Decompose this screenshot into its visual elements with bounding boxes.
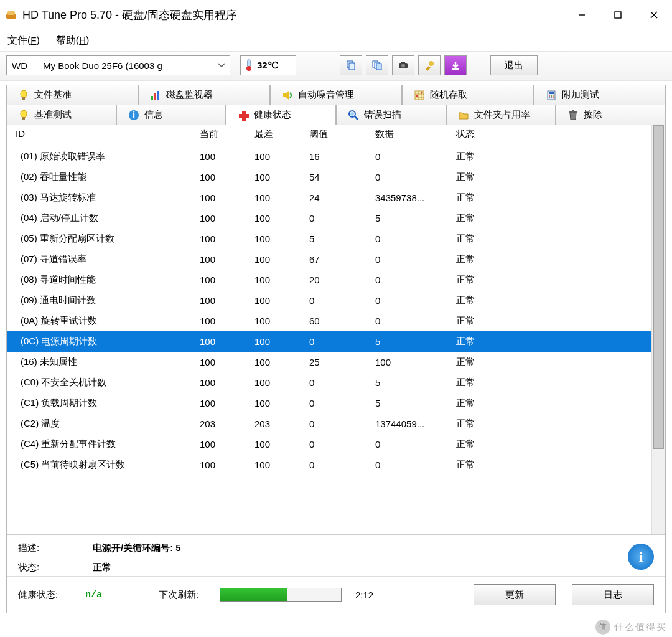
toolbar: WD My Book Duo 25F6 (16003 g 32℃ 退出 — [6, 55, 666, 75]
col-current[interactable]: 当前 — [194, 125, 248, 146]
cell-status: 正常 — [450, 212, 525, 224]
cell-status: 正常 — [450, 171, 525, 183]
cell-current: 100 — [194, 172, 248, 182]
cell-current: 100 — [194, 234, 248, 244]
cell-current: 100 — [194, 398, 248, 408]
table-row[interactable]: (09) 通电时间计数10010000正常 — [7, 290, 651, 311]
scrollbar-thumb[interactable] — [653, 125, 664, 449]
table-row[interactable]: (05) 重新分配扇区计数10010050正常 — [7, 229, 651, 249]
window-title: HD Tune Pro 5.70 - 硬盘/固态硬盘实用程序 — [22, 7, 237, 22]
tab-speaker[interactable]: 自动噪音管理 — [270, 85, 402, 105]
menu-file[interactable]: 文件(F) — [7, 34, 40, 47]
temperature-display: 32℃ — [240, 55, 296, 75]
cell-threshold: 25 — [303, 357, 369, 367]
svg-rect-21 — [154, 93, 156, 100]
tab-info[interactable]: i信息 — [116, 105, 226, 125]
exit-button[interactable]: 退出 — [490, 55, 538, 75]
table-row[interactable]: (03) 马达旋转标准1001002434359738...正常 — [7, 187, 651, 208]
table-row[interactable]: (04) 启动/停止计数10010005正常 — [7, 208, 651, 229]
bulb2-icon — [18, 110, 29, 121]
refresh-label: 下次刷新: — [159, 589, 208, 601]
tab-bulb2[interactable]: 基准测试 — [6, 105, 116, 125]
download-button[interactable] — [444, 55, 467, 75]
table-row[interactable]: (01) 原始读取错误率100100160正常 — [7, 146, 651, 167]
table-header: ID 当前 最差 阈值 数据 状态 — [7, 125, 651, 146]
tab-folder[interactable]: 文件夹占用率 — [446, 105, 556, 125]
update-button[interactable]: 更新 — [474, 584, 556, 605]
tab-grid[interactable]: 随机存取 — [402, 85, 534, 105]
health-label: 健康状态: — [18, 589, 74, 601]
table-row[interactable]: (07) 寻道错误率100100670正常 — [7, 249, 651, 270]
speaker-icon — [282, 90, 293, 101]
cell-data: 5 — [369, 213, 450, 224]
info-icon[interactable]: i — [628, 544, 654, 570]
svg-point-29 — [421, 92, 423, 93]
table-row[interactable]: (C0) 不安全关机计数10010005正常 — [7, 372, 651, 393]
cell-worst: 100 — [248, 398, 303, 408]
tab-search[interactable]: 错误扫描 — [336, 105, 446, 125]
cell-id: (0C) 电源周期计数 — [7, 336, 194, 347]
cell-threshold: 0 — [303, 377, 369, 388]
cell-id: (C5) 当前待映射扇区计数 — [7, 459, 194, 471]
cell-threshold: 20 — [303, 275, 369, 285]
screenshot-button[interactable] — [392, 55, 414, 75]
refresh-progress — [220, 588, 342, 602]
tab-label: 擦除 — [584, 109, 602, 121]
copy-button[interactable] — [340, 55, 362, 75]
table-row[interactable]: (C5) 当前待映射扇区计数10010000正常 — [7, 455, 651, 475]
maximize-button[interactable] — [600, 0, 636, 30]
cell-status: 正常 — [450, 377, 525, 389]
tab-plus[interactable]: 健康状态 — [226, 105, 336, 125]
desc-value: 电源开/关循环编号: 5 — [93, 542, 181, 554]
copy-all-button[interactable] — [366, 55, 388, 75]
table-row[interactable]: (08) 寻道时间性能100100200正常 — [7, 270, 651, 290]
cell-data: 5 — [369, 336, 450, 347]
col-id[interactable]: ID — [7, 125, 194, 146]
drive-selector[interactable]: WD My Book Duo 25F6 (16003 g — [6, 55, 230, 75]
cell-id: (05) 重新分配扇区计数 — [7, 233, 194, 245]
cell-current: 100 — [194, 460, 248, 470]
cell-status: 正常 — [450, 438, 525, 450]
col-data[interactable]: 数据 — [369, 125, 450, 146]
menu-help[interactable]: 帮助(H) — [56, 34, 90, 47]
table-row[interactable]: (0C) 电源周期计数10010005正常 — [7, 331, 651, 352]
col-threshold[interactable]: 阈值 — [303, 125, 369, 146]
cell-data: 0 — [369, 295, 450, 306]
minimize-button[interactable] — [564, 0, 600, 30]
col-worst[interactable]: 最差 — [248, 125, 303, 146]
svg-rect-19 — [22, 97, 25, 100]
close-button[interactable] — [636, 0, 672, 30]
cell-current: 100 — [194, 275, 248, 285]
cell-data: 0 — [369, 439, 450, 450]
log-button[interactable]: 日志 — [572, 584, 654, 605]
tab-trash[interactable]: 擦除 — [556, 105, 666, 125]
cell-id: (C4) 重新分配事件计数 — [7, 438, 194, 450]
table-row[interactable]: (C4) 重新分配事件计数10010000正常 — [7, 434, 651, 455]
title-bar: HD Tune Pro 5.70 - 硬盘/固态硬盘实用程序 — [0, 0, 672, 30]
cell-threshold: 5 — [303, 234, 369, 244]
cell-threshold: 67 — [303, 254, 369, 265]
tab-lightbulb[interactable]: 文件基准 — [6, 85, 138, 105]
table-row[interactable]: (C1) 负载周期计数10010005正常 — [7, 393, 651, 413]
tab-label: 基准测试 — [34, 109, 72, 121]
tab-label: 文件基准 — [34, 89, 72, 101]
table-row[interactable]: (02) 吞吐量性能100100540正常 — [7, 167, 651, 187]
cell-status: 正常 — [450, 151, 525, 163]
cell-id: (03) 马达旋转标准 — [7, 192, 194, 204]
tab-calc[interactable]: 附加测试 — [534, 85, 666, 105]
svg-rect-1 — [7, 11, 15, 15]
cell-worst: 100 — [248, 336, 303, 347]
col-status[interactable]: 状态 — [450, 125, 525, 146]
tool-button[interactable] — [418, 55, 441, 75]
table-row[interactable]: (16) 未知属性10010025100正常 — [7, 352, 651, 372]
cell-data: 5 — [369, 377, 450, 388]
cell-current: 100 — [194, 377, 248, 388]
cell-worst: 100 — [248, 172, 303, 182]
tab-bars[interactable]: 磁盘监视器 — [138, 85, 270, 105]
vertical-scrollbar[interactable] — [651, 125, 665, 534]
svg-line-45 — [355, 116, 358, 120]
table-row[interactable]: (0A) 旋转重试计数100100600正常 — [7, 311, 651, 331]
cell-current: 100 — [194, 295, 248, 306]
table-row[interactable]: (C2) 温度203203013744059...正常 — [7, 413, 651, 434]
cell-data: 0 — [369, 172, 450, 182]
